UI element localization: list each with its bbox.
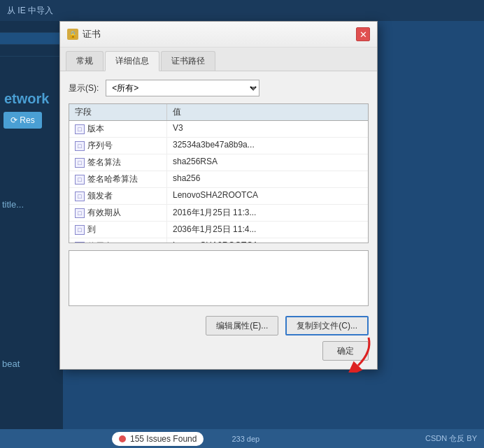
certificate-dialog: 🔒 证书 ✕ 常规 详细信息 证书路径 显示(S): <所有> ▼ [59,21,378,370]
td-value: sha256 [167,171,368,187]
issues-text: 155 Issues Found [130,434,197,444]
table-row[interactable]: □签名算法sha256RSA [69,154,368,171]
dialog-tabs: 常规 详细信息 证书路径 [60,48,377,71]
dialog-title: 证书 [83,28,101,41]
table-row[interactable]: □版本V3 [69,121,368,138]
td-field: □版本 [69,121,167,137]
table-row[interactable]: □签名哈希算法sha256 [69,171,368,188]
import-ie-text: 从 IE 中导入 [7,5,53,17]
table-row[interactable]: □到2036年1月25日 11:4... [69,222,368,238]
table-row[interactable]: □颁发者LenovoSHA2ROOTCA [69,188,368,205]
title-text: title... [2,199,24,210]
issues-indicator: 155 Issues Found [112,432,204,446]
edit-properties-button[interactable]: 编辑属性(E)... [206,316,278,335]
confirm-row: 确定 [69,341,369,361]
row-icon: □ [75,192,85,201]
td-field: □有效期从 [69,205,167,221]
issues-dot [119,435,126,442]
td-value: LenovoSHA2ROOTCA [167,238,368,243]
tab-details[interactable]: 详细信息 [105,51,159,71]
td-field: □签名哈希算法 [69,171,167,187]
row-icon: □ [75,225,85,235]
beat-text: beat [2,359,20,369]
dep-text: 233 dep [232,435,259,443]
table-row[interactable]: □有效期从2016年1月25日 11:3... [69,205,368,222]
status-bar: 155 Issues Found 233 dep CSDN 仓反 BY [0,429,484,448]
td-value: 2036年1月25日 11:4... [167,222,368,238]
left-item-1 [0,21,63,33]
close-button[interactable]: ✕ [356,27,370,41]
display-row: 显示(S): <所有> ▼ [69,80,369,96]
confirm-button[interactable]: 确定 [322,341,369,361]
row-icon: □ [75,208,85,218]
dialog-titlebar: 🔒 证书 ✕ [60,22,377,48]
row-icon: □ [75,141,85,151]
td-value: LenovoSHA2ROOTCA [167,188,368,204]
display-select[interactable]: <所有> [106,80,259,96]
row-icon: □ [75,242,85,244]
table-header: 字段 值 [69,104,368,121]
top-bar: 从 IE 中导入 [0,0,484,21]
td-field: □序列号 [69,138,167,154]
td-value: sha256RSA [167,154,368,171]
row-icon: □ [75,124,85,134]
display-select-wrapper: <所有> ▼ [106,80,259,96]
copy-to-file-button[interactable]: 复制到文件(C)... [285,316,369,335]
left-item-active [0,33,63,45]
csdn-text: CSDN 仓反 BY [425,433,477,444]
cert-fields-table[interactable]: 字段 值 □版本V3□序列号32534a3be47a8b9a...□签名算法sh… [69,103,369,243]
refresh-button[interactable]: ⟳ Res [3,112,42,129]
td-field: □使用者 [69,238,167,243]
td-field: □颁发者 [69,188,167,204]
col-field: 字段 [69,104,167,120]
dialog-title-left: 🔒 证书 [67,28,101,41]
td-value: 2016年1月25日 11:3... [167,205,368,221]
td-field: □到 [69,222,167,238]
table-row[interactable]: □使用者LenovoSHA2ROOTCA [69,238,368,243]
tab-general[interactable]: 常规 [66,51,104,71]
tab-cert-path[interactable]: 证书路径 [161,51,215,71]
col-value: 值 [167,104,368,120]
table-row[interactable]: □序列号32534a3be47a8b9a... [69,138,368,154]
action-buttons-row: 编辑属性(E)... 复制到文件(C)... [69,316,369,335]
row-icon: □ [75,158,85,168]
dialog-body: 显示(S): <所有> ▼ 字段 值 □版本V3□序列号32534a3be47a… [60,71,377,369]
td-field: □签名算法 [69,154,167,171]
certificate-icon: 🔒 [67,29,78,40]
table-rows-container: □版本V3□序列号32534a3be47a8b9a...□签名算法sha256R… [69,121,368,243]
left-item-2 [0,45,63,57]
td-value: 32534a3be47a8b9a... [167,138,368,154]
cert-text-display [69,250,369,306]
display-label: 显示(S): [69,82,99,94]
network-label: etwork [0,84,53,114]
row-icon: □ [75,175,85,185]
td-value: V3 [167,121,368,137]
